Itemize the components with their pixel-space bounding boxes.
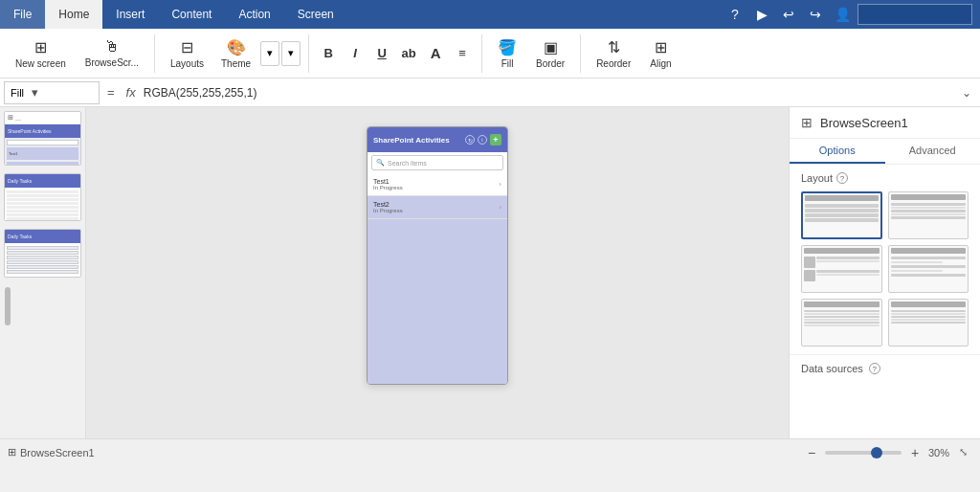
- lo-header-2: [891, 194, 967, 200]
- theme-button[interactable]: 🎨 Theme: [213, 34, 258, 73]
- scrollbar-thumb: [5, 287, 11, 325]
- menu-insert[interactable]: Insert: [102, 0, 158, 29]
- italic-button[interactable]: I: [344, 42, 367, 65]
- strikethrough-button[interactable]: ab: [397, 42, 420, 65]
- property-dropdown[interactable]: Fill ▾: [4, 81, 100, 104]
- layout-option-6[interactable]: [888, 299, 969, 347]
- formula-input[interactable]: [144, 86, 953, 100]
- phone-list-item-1[interactable]: Test1 In Progress ›: [368, 173, 507, 196]
- text-format-controls: B I U ab A ≡: [317, 42, 474, 65]
- zoom-slider-thumb[interactable]: [871, 447, 882, 458]
- phone-info-icon[interactable]: i: [478, 135, 487, 145]
- right-panel-header: ⊞ BrowseScreen1: [790, 107, 980, 139]
- fx-symbol: fx: [122, 85, 140, 100]
- play-icon[interactable]: ▶: [750, 3, 773, 26]
- detail-screen-thumb[interactable]: Daily Tasks DetailScr...: [4, 173, 81, 222]
- phone-list-item-2[interactable]: Test2 In Progress ›: [368, 196, 507, 219]
- layout-option-4[interactable]: [888, 245, 969, 293]
- layout-option-3[interactable]: [801, 245, 882, 293]
- new-screen-button[interactable]: ⊞ New screen: [8, 34, 74, 73]
- top-search-input[interactable]: [858, 4, 972, 25]
- equals-sign: =: [103, 85, 119, 100]
- underline-button[interactable]: U: [370, 42, 393, 65]
- menu-content[interactable]: Content: [158, 0, 225, 29]
- font-size-button[interactable]: A: [424, 42, 447, 65]
- phone-header-icons: ↻ i +: [465, 134, 501, 145]
- phone-search-bar[interactable]: 🔍 Search items: [371, 155, 503, 170]
- tab-options[interactable]: Options: [790, 139, 885, 164]
- menu-bar: File Home Insert Content Action Screen ?…: [0, 0, 980, 29]
- status-bar: ⊞ BrowseScreen1 − + 30% ⤡: [0, 438, 980, 465]
- lo-header-1: [805, 195, 879, 201]
- font-dropdown[interactable]: ▾: [281, 41, 301, 66]
- lo-header-3: [804, 248, 880, 254]
- layout-option-2[interactable]: [888, 191, 969, 239]
- data-sources-section[interactable]: Data sources ?: [790, 355, 980, 382]
- ribbon-divider-1: [154, 34, 155, 73]
- help-icon[interactable]: ?: [724, 3, 746, 26]
- reorder-button[interactable]: ⇅ Reorder: [589, 34, 638, 73]
- ribbon: ⊞ New screen 🖱 BrowseScr... ⊟ Layouts 🎨 …: [0, 29, 980, 78]
- lo-header-5: [804, 302, 880, 307]
- phone-item-2-subtitle: In Progress: [373, 208, 403, 213]
- phone-title: SharePoint Activities: [373, 136, 450, 145]
- lo-header-6: [891, 302, 967, 307]
- phone-item-1-arrow: ›: [499, 180, 501, 189]
- phone-header: SharePoint Activities ↻ i +: [368, 127, 507, 152]
- zoom-controls: − + 30% ⤡: [802, 443, 972, 462]
- data-sources-label: Data sources: [801, 363, 863, 374]
- layout-section-title: Layout ?: [801, 172, 969, 184]
- layout-section: Layout ?: [790, 165, 980, 355]
- theme-dropdown[interactable]: ▾: [260, 41, 279, 66]
- layout-help-icon: ?: [836, 172, 848, 184]
- phone-body: [368, 219, 507, 385]
- menu-screen[interactable]: Screen: [284, 0, 347, 29]
- undo-icon[interactable]: ↩: [777, 3, 800, 26]
- bold-button[interactable]: B: [317, 42, 340, 65]
- left-panel-scrollbar[interactable]: [4, 285, 11, 435]
- formula-bar: Fill ▾ = fx ⌄: [0, 78, 980, 107]
- menu-action[interactable]: Action: [225, 0, 283, 29]
- canvas-area: SharePoint Activities ↻ i + 🔍 Search ite…: [86, 107, 789, 438]
- zoom-slider[interactable]: [825, 451, 902, 455]
- user-icon[interactable]: 👤: [831, 3, 854, 26]
- screen-indicator: ⊞ BrowseScreen1: [8, 446, 95, 458]
- redo-icon[interactable]: ↪: [804, 3, 827, 26]
- screens-panel: ⊞ ... SharePoint Activities Test1 Test2 …: [0, 107, 86, 438]
- ribbon-divider-4: [580, 34, 581, 73]
- align-icon: ⊞: [655, 38, 667, 56]
- border-button[interactable]: ▣ Border: [528, 34, 572, 73]
- data-sources-help-icon: ?: [869, 363, 880, 374]
- right-panel-title: BrowseScreen1: [820, 116, 908, 130]
- browse-icon: 🖱: [104, 38, 120, 56]
- browse-screen-button[interactable]: 🖱 BrowseScr...: [78, 34, 146, 72]
- fill-icon: 🪣: [498, 38, 517, 56]
- menu-home[interactable]: Home: [45, 0, 102, 29]
- layout-options: [801, 191, 969, 347]
- phone-item-1-subtitle: In Progress: [373, 185, 403, 190]
- layout-option-5[interactable]: [801, 299, 882, 347]
- formula-expand-button[interactable]: ⌄: [957, 83, 976, 102]
- zoom-in-button[interactable]: +: [905, 443, 924, 462]
- fill-button[interactable]: 🪣 Fill: [490, 34, 524, 73]
- phone-refresh-icon[interactable]: ↻: [465, 135, 475, 145]
- align-button[interactable]: ⊞ Align: [642, 34, 679, 73]
- phone-search-icon: 🔍: [376, 159, 385, 167]
- zoom-out-button[interactable]: −: [802, 443, 821, 462]
- tab-advanced[interactable]: Advanced: [885, 139, 981, 164]
- phone-item-2-title: Test2: [373, 201, 403, 208]
- layouts-button[interactable]: ⊟ Layouts: [163, 34, 212, 73]
- phone-item-1-content: Test1 In Progress: [373, 178, 403, 190]
- menu-file[interactable]: File: [0, 0, 45, 29]
- text-align-button[interactable]: ≡: [451, 42, 474, 65]
- edit-screen-thumb[interactable]: Daily Tasks EditScr...: [4, 229, 81, 278]
- fullscreen-button[interactable]: ⤡: [953, 443, 972, 462]
- browse-screen-thumb[interactable]: ⊞ ... SharePoint Activities Test1 Test2 …: [4, 111, 81, 166]
- right-panel-screen-icon: ⊞: [801, 115, 813, 130]
- layout-option-1[interactable]: [801, 191, 882, 239]
- phone-add-icon[interactable]: +: [490, 134, 501, 145]
- new-screen-icon: ⊞: [34, 38, 47, 56]
- border-icon: ▣: [544, 38, 558, 56]
- phone-search-placeholder: Search items: [388, 160, 427, 167]
- main-layout: ⊞ ... SharePoint Activities Test1 Test2 …: [0, 107, 980, 438]
